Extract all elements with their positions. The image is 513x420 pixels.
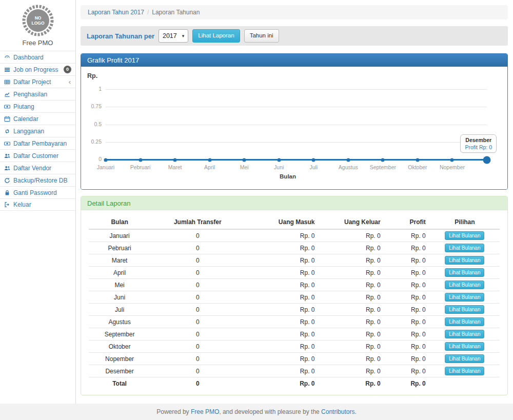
sidebar-item-label: Backup/Restore DB (13, 177, 72, 184)
cell-bulan: Januari (89, 229, 150, 242)
data-point-desember[interactable] (483, 156, 491, 164)
cell-profit: Rp. 0 (385, 242, 430, 254)
count-badge: 0 (64, 66, 71, 73)
cell-jumlah-transfer: 0 (150, 316, 245, 328)
caret-down-icon (182, 33, 185, 38)
chart-panel-title: Grafik Profit 2017 (81, 54, 507, 67)
view-monthly-button[interactable]: Lihat Bulanan (445, 305, 484, 314)
cell-bulan: Desember (89, 365, 150, 377)
data-point-mei[interactable] (243, 158, 246, 162)
data-point-maret[interactable] (173, 158, 177, 162)
cell-profit: Rp. 0 (385, 304, 430, 316)
footer-text-before: Powered by (156, 408, 191, 415)
data-point-pebruari[interactable] (139, 158, 142, 162)
money-icon (4, 103, 10, 110)
gridline (106, 142, 487, 143)
view-monthly-button[interactable]: Lihat Bulanan (445, 281, 484, 289)
view-monthly-button[interactable]: Lihat Bulanan (445, 268, 484, 277)
footer-contributors-link[interactable]: Contributors. (321, 408, 357, 415)
sidebar-item-calendar[interactable]: Calendar (0, 112, 75, 125)
view-monthly-button[interactable]: Lihat Bulanan (445, 330, 484, 338)
cell-uang-masuk: Rp. 0 (245, 254, 319, 267)
sidebar-item-job-on-progress[interactable]: Job on Progress0 (0, 63, 75, 75)
sidebar-item-dashboard[interactable]: Dashboard (0, 51, 75, 63)
sidebar-item-backup-restore-db[interactable]: Backup/Restore DB (0, 174, 75, 186)
dashboard-icon (4, 54, 10, 61)
brand-name: Free PMO (0, 39, 75, 47)
cell-bulan: Juni (89, 291, 150, 304)
cell-jumlah-transfer: 0 (150, 279, 245, 291)
x-tick-label: Maret (155, 164, 194, 170)
chart-x-axis-title: Bulan (280, 173, 296, 179)
data-point-september[interactable] (381, 158, 385, 162)
data-point-april[interactable] (208, 158, 211, 162)
table-row: Nopember0Rp. 0Rp. 0Rp. 0Lihat Bulanan (89, 353, 500, 365)
sidebar-item-daftar-project[interactable]: Daftar Project‹ (0, 75, 75, 88)
col-header-uang-keluar: Uang Keluar (319, 215, 385, 229)
svg-text:LOGO: LOGO (31, 21, 44, 26)
cell-profit: Rp. 0 (385, 291, 430, 304)
sidebar-item-daftar-pembayaran[interactable]: Daftar Pembayaran (0, 137, 75, 149)
sidebar-item-label: Ganti Password (13, 189, 72, 196)
profit-chart-panel: Grafik Profit 2017 Rp. JanuariPebruariMa… (81, 53, 508, 190)
data-point-juli[interactable] (312, 158, 315, 162)
cell-pilihan: Lihat Bulanan (430, 328, 500, 341)
report-panel-title: Detail Laporan (81, 196, 507, 210)
sidebar-item-keluar[interactable]: Keluar (0, 198, 75, 211)
sidebar-item-label: Calendar (13, 115, 72, 123)
data-point-nopember[interactable] (450, 158, 454, 162)
y-tick-label: 0 (81, 156, 102, 162)
cell-profit: Rp. 0 (385, 316, 430, 328)
col-header-bulan: Bulan (89, 215, 150, 229)
sidebar-item-label: Dashboard (13, 54, 72, 61)
table-total-row: Total0Rp. 0Rp. 0Rp. 0 (89, 377, 500, 390)
data-point-oktober[interactable] (416, 158, 419, 162)
cell-pilihan: Lihat Bulanan (430, 267, 500, 279)
footer: Powered by Free PMO, and developed with … (0, 404, 513, 420)
current-year-button[interactable]: Tahun ini (244, 29, 279, 43)
cell-bulan: Mei (89, 279, 150, 291)
view-monthly-button[interactable]: Lihat Bulanan (445, 231, 484, 240)
view-monthly-button[interactable]: Lihat Bulanan (445, 244, 484, 252)
sidebar-item-label: Daftar Vendor (13, 165, 72, 172)
cell-jumlah-transfer: 0 (150, 254, 245, 267)
table-row: April0Rp. 0Rp. 0Rp. 0Lihat Bulanan (89, 267, 500, 279)
sidebar-item-piutang[interactable]: Piutang (0, 100, 75, 112)
view-monthly-button[interactable]: Lihat Bulanan (445, 317, 484, 326)
sidebar-item-daftar-customer[interactable]: Daftar Customer (0, 149, 75, 162)
sidebar-item-label: Piutang (13, 103, 72, 110)
data-point-juni[interactable] (277, 158, 281, 162)
cell-jumlah-transfer: 0 (150, 328, 245, 341)
breadcrumb-link[interactable]: Laporan Tahun 2017 (88, 9, 144, 16)
sidebar-item-penghasilan[interactable]: Penghasilan (0, 88, 75, 100)
cell-pilihan: Lihat Bulanan (430, 242, 500, 254)
cell-uang-masuk: Rp. 0 (245, 365, 319, 377)
lock-icon (4, 189, 10, 196)
view-report-button[interactable]: Lihat Laporan (192, 29, 240, 43)
users-icon (4, 152, 10, 159)
year-select[interactable]: 2017 (159, 29, 188, 43)
cell-pilihan: Lihat Bulanan (430, 279, 500, 291)
view-monthly-button[interactable]: Lihat Bulanan (445, 256, 484, 265)
sidebar-item-daftar-vendor[interactable]: Daftar Vendor (0, 162, 75, 174)
sidebar-item-label: Langganan (13, 128, 72, 135)
footer-app-link[interactable]: Free PMO (191, 408, 219, 415)
cell-uang-keluar: Rp. 0 (319, 267, 385, 279)
tasks-icon (4, 66, 10, 73)
sign-out-icon (4, 202, 10, 208)
view-monthly-button[interactable]: Lihat Bulanan (445, 342, 484, 351)
cell-uang-keluar: Rp. 0 (319, 279, 385, 291)
footer-text-middle: , and developed with pleasure by the (219, 408, 321, 415)
users-icon (4, 165, 10, 171)
sidebar-item-ganti-password[interactable]: Ganti Password (0, 186, 75, 198)
view-monthly-button[interactable]: Lihat Bulanan (445, 293, 484, 302)
view-monthly-button[interactable]: Lihat Bulanan (445, 354, 484, 363)
data-point-januari[interactable] (104, 158, 108, 162)
refresh-icon (4, 177, 10, 184)
main-content: Laporan Tahun 2017/Laporan Tahunan Lapor… (76, 0, 513, 404)
sidebar: NO LOGO Free PMO DashboardJob on Progres… (0, 0, 76, 404)
sidebar-item-langganan[interactable]: Langganan (0, 125, 75, 137)
data-point-agustus[interactable] (346, 158, 350, 162)
view-monthly-button[interactable]: Lihat Bulanan (445, 367, 484, 375)
cell-pilihan: Lihat Bulanan (430, 365, 500, 377)
